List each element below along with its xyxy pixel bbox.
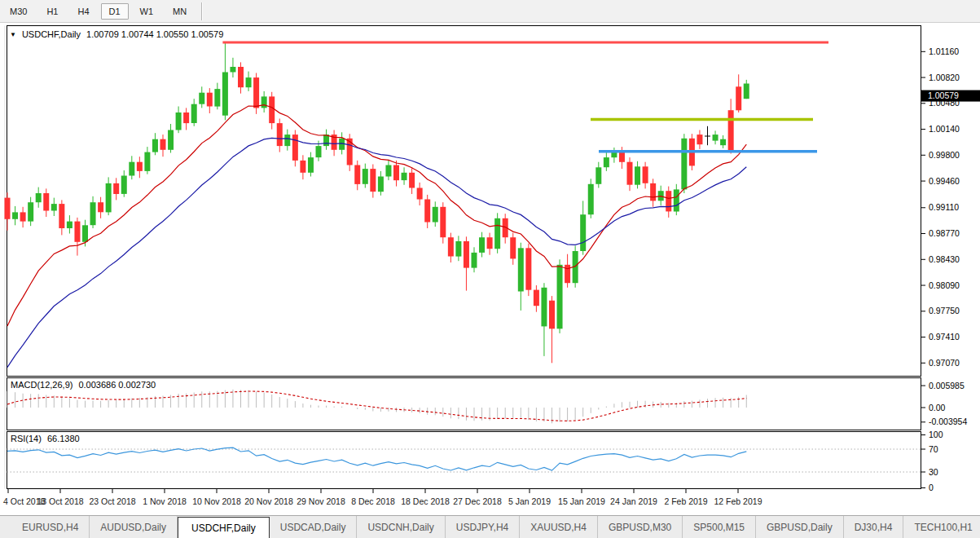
- symbol-dropdown-icon[interactable]: ▼: [10, 31, 16, 38]
- chart-tab-gbpusd-m30[interactable]: GBPUSD,M30: [598, 516, 683, 538]
- chart-tab-usdcnh-daily[interactable]: USDCNH,Daily: [357, 516, 445, 538]
- svg-text:0.98430: 0.98430: [929, 254, 960, 264]
- svg-text:0.97410: 0.97410: [929, 332, 960, 342]
- rsi-label: RSI(14): [11, 434, 42, 443]
- macd-axis: 0.0059850.00-0.003954: [921, 381, 968, 427]
- svg-text:1 Nov 2018: 1 Nov 2018: [143, 496, 187, 506]
- chart-tab-usdjpy-h4[interactable]: USDJPY,H4: [446, 516, 520, 538]
- svg-text:0.97750: 0.97750: [929, 306, 960, 315]
- chart-tab-bar: EURUSD,H4AUDUSD,DailyUSDCHF,DailyUSDCAD,…: [0, 515, 980, 538]
- price-pane: [7, 26, 921, 377]
- svg-text:0.97070: 0.97070: [929, 358, 960, 368]
- svg-text:0.005985: 0.005985: [929, 381, 965, 390]
- svg-text:100: 100: [929, 430, 943, 439]
- svg-text:15 Jan 2019: 15 Jan 2019: [558, 496, 605, 506]
- chart-tab-usdcad-daily[interactable]: USDCAD,Daily: [270, 516, 358, 538]
- chart-tab-gbpusd-daily[interactable]: GBPUSD,Daily: [756, 516, 844, 538]
- svg-text:13 Oct 2018: 13 Oct 2018: [37, 496, 83, 506]
- svg-text:0.98770: 0.98770: [929, 228, 960, 238]
- chart-tab-eurusd-h4[interactable]: EURUSD,H4: [11, 516, 90, 538]
- chart-ohlc-values: 1.00709 1.00744 1.00550 1.00579: [86, 29, 223, 39]
- macd-values: 0.003686 0.002730: [78, 380, 156, 390]
- svg-text:0.99800: 0.99800: [929, 150, 960, 160]
- svg-text:27 Dec 2018: 27 Dec 2018: [453, 496, 502, 506]
- chart-symbol-label: USDCHF,Daily: [22, 29, 81, 39]
- svg-text:5 Jan 2019: 5 Jan 2019: [508, 496, 551, 506]
- svg-text:1.01160: 1.01160: [929, 46, 959, 56]
- chart-tab-dj30-h4[interactable]: DJ30,H4: [844, 516, 904, 538]
- svg-text:30: 30: [929, 467, 938, 477]
- chart-symbol-line: ▼ USDCHF,Daily 1.00709 1.00744 1.00550 1…: [10, 29, 223, 39]
- svg-text:1.00140: 1.00140: [929, 124, 960, 134]
- chart-tab-sp500-m15[interactable]: SP500,M15: [683, 516, 756, 538]
- macd-panel-title: MACD(12,26,9) 0.003686 0.002730: [11, 380, 156, 390]
- chart-tab-tech100-h1[interactable]: TECH100,H1: [903, 516, 980, 538]
- date-axis: 4 Oct 201813 Oct 201823 Oct 20181 Nov 20…: [3, 489, 762, 507]
- current-price-text: 1.00579: [928, 90, 959, 100]
- svg-text:23 Oct 2018: 23 Oct 2018: [89, 496, 135, 506]
- svg-text:0.99110: 0.99110: [929, 202, 959, 212]
- chart-tab-xauusd-h4[interactable]: XAUUSD,H4: [520, 516, 598, 538]
- rsi-pane: [7, 432, 921, 489]
- svg-text:8 Dec 2018: 8 Dec 2018: [351, 496, 395, 506]
- svg-text:20 Nov 2018: 20 Nov 2018: [244, 496, 293, 506]
- svg-text:24 Jan 2019: 24 Jan 2019: [610, 496, 657, 506]
- svg-text:-0.003954: -0.003954: [929, 417, 967, 426]
- svg-text:0.98090: 0.98090: [929, 280, 960, 290]
- svg-text:0.00: 0.00: [929, 403, 946, 412]
- svg-text:70: 70: [929, 444, 938, 454]
- chart-tab-audusd-daily[interactable]: AUDUSD,Daily: [90, 516, 178, 538]
- svg-text:0: 0: [929, 483, 934, 492]
- chart-tab-usdchf-daily[interactable]: USDCHF,Daily: [178, 517, 270, 538]
- svg-text:18 Dec 2018: 18 Dec 2018: [401, 496, 450, 506]
- svg-text:1.00820: 1.00820: [929, 73, 960, 82]
- svg-text:2 Feb 2019: 2 Feb 2019: [664, 496, 707, 506]
- svg-text:29 Nov 2018: 29 Nov 2018: [297, 496, 345, 506]
- macd-label: MACD(12,26,9): [11, 380, 73, 390]
- svg-text:0.99460: 0.99460: [929, 176, 960, 186]
- rsi-value: 66.1380: [47, 434, 80, 443]
- chart-window: 1.011601.008201.004801.001400.998000.994…: [0, 0, 980, 515]
- rsi-panel-title: RSI(14) 66.1380: [11, 434, 80, 443]
- rsi-axis: 10070300: [921, 430, 943, 492]
- chart-canvas: 1.011601.008201.004801.001400.998000.994…: [0, 0, 980, 515]
- svg-text:12 Feb 2019: 12 Feb 2019: [714, 496, 762, 506]
- svg-text:10 Nov 2018: 10 Nov 2018: [192, 496, 241, 506]
- trading-terminal: M30H1H4D1W1MN 1.011601.008201.004801.001…: [0, 0, 980, 538]
